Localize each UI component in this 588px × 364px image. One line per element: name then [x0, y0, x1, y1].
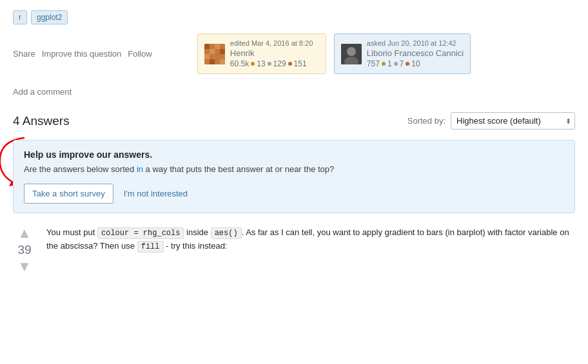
gold-dot — [251, 62, 255, 66]
vote-count: 39 — [17, 243, 31, 257]
sort-row: Sorted by: Highest score (default)Trendi… — [407, 112, 575, 129]
asker-rep: 757 1 7 10 — [367, 59, 464, 68]
editor-info: edited Mar 4, 2016 at 8:20 Henrik 60.5k … — [230, 39, 313, 68]
survey-desc-post: a way that puts the best answer at or ne… — [143, 164, 334, 174]
survey-buttons: Take a short survey I'm not interested — [24, 184, 564, 204]
survey-desc-highlight: in — [137, 164, 143, 174]
answer-section: ▲ 39 ▼ You must put colour = rhg_cols in… — [13, 226, 575, 274]
add-comment[interactable]: Add a comment — [13, 84, 575, 99]
improve-link[interactable]: Improve this question — [42, 49, 122, 59]
vote-column: ▲ 39 ▼ — [13, 226, 36, 274]
avatar-liborio — [341, 44, 362, 64]
editor-rep: 60.5k 13 129 151 — [230, 59, 313, 68]
avatar-henrik — [204, 44, 225, 64]
svg-rect-4 — [204, 54, 210, 59]
tag-r[interactable]: r — [13, 10, 27, 24]
tag-ggplot2[interactable]: ggplot2 — [31, 10, 68, 24]
asker-silver-dot — [394, 62, 398, 66]
asker-card: asked Jun 20, 2010 at 12:42 Liborio Fran… — [334, 34, 471, 74]
svg-rect-8 — [215, 54, 220, 59]
silver-dot — [268, 62, 271, 66]
asker-name[interactable]: Liborio Francesco Cannici — [367, 48, 464, 58]
editor-action: edited Mar 4, 2016 at 8:20 — [230, 39, 313, 47]
svg-point-10 — [347, 47, 356, 56]
editor-name[interactable]: Henrik — [230, 48, 313, 58]
sort-select-wrapper: Highest score (default)TrendingDate modi… — [451, 112, 575, 129]
asker-action: asked Jun 20, 2010 at 12:42 — [367, 39, 464, 47]
vote-up-arrow[interactable]: ▲ — [17, 226, 32, 240]
code-colour: colour = rhg_cols — [97, 227, 184, 239]
svg-rect-3 — [215, 44, 220, 49]
asker-info: asked Jun 20, 2010 at 12:42 Liborio Fran… — [367, 39, 464, 68]
bronze-dot — [288, 62, 292, 66]
answer-text-end: - try this instead: — [164, 241, 228, 251]
sorted-by-label: Sorted by: — [407, 116, 446, 126]
svg-rect-1 — [204, 44, 210, 49]
survey-title: Help us improve our answers. — [24, 149, 564, 160]
follow-link[interactable]: Follow — [128, 49, 152, 59]
svg-rect-6 — [210, 59, 215, 64]
not-interested-button[interactable]: I'm not interested — [121, 184, 190, 203]
code-aes: aes() — [211, 227, 242, 239]
asker-bronze-dot — [406, 62, 409, 66]
answer-body: You must put colour = rhg_cols inside ae… — [46, 226, 575, 274]
editor-card: edited Mar 4, 2016 at 8:20 Henrik 60.5k … — [197, 34, 326, 74]
survey-container: Help us improve our answers. Are the ans… — [13, 140, 575, 213]
share-link[interactable]: Share — [13, 49, 35, 59]
survey-desc-pre: Are the answers below sorted — [24, 164, 137, 174]
code-fill: fill — [137, 241, 164, 253]
answers-header: 4 Answers Sorted by: Highest score (defa… — [13, 112, 575, 129]
take-survey-button[interactable]: Take a short survey — [24, 184, 113, 204]
answer-text: You must put colour = rhg_cols inside ae… — [46, 226, 575, 253]
survey-description: Are the answers below sorted in a way th… — [24, 163, 564, 176]
svg-rect-7 — [220, 59, 225, 64]
tags-row: r ggplot2 — [13, 10, 575, 24]
actions-row: Share Improve this question Follow — [13, 34, 575, 74]
sort-select[interactable]: Highest score (default)TrendingDate modi… — [451, 112, 575, 129]
asker-gold-dot — [382, 62, 386, 66]
editor-cards: edited Mar 4, 2016 at 8:20 Henrik 60.5k … — [197, 34, 471, 74]
svg-rect-2 — [210, 49, 215, 54]
survey-box: Help us improve our answers. Are the ans… — [13, 140, 575, 213]
answers-title: 4 Answers — [13, 114, 70, 128]
answer-text-pre: You must put — [46, 227, 97, 237]
vote-down-arrow[interactable]: ▼ — [17, 260, 32, 274]
answer-text-mid1: inside — [184, 227, 210, 237]
svg-rect-5 — [220, 49, 225, 54]
